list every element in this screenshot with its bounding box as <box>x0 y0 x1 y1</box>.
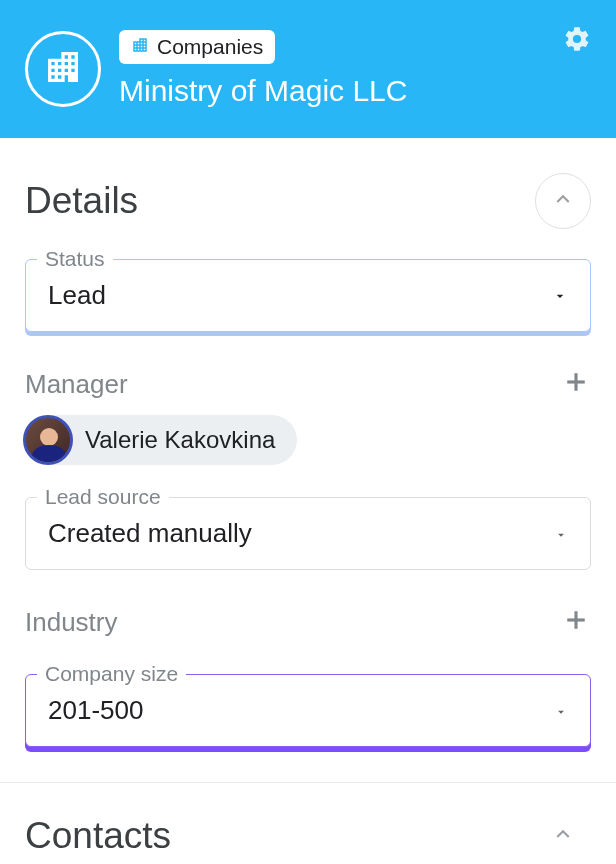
add-manager-button[interactable] <box>561 367 591 401</box>
plus-icon <box>561 605 591 639</box>
contacts-collapse-button[interactable] <box>535 808 591 864</box>
manager-label: Manager <box>25 369 128 400</box>
breadcrumb[interactable]: Companies <box>119 30 275 64</box>
manager-name: Valerie Kakovkina <box>85 426 275 454</box>
header: Companies Ministry of Magic LLC <box>0 0 616 138</box>
manager-row-header: Manager <box>25 367 591 401</box>
page-title: Ministry of Magic LLC <box>119 74 407 108</box>
company-size-value: 201-500 <box>48 695 143 726</box>
lead-source-field-label: Lead source <box>37 485 169 509</box>
company-avatar-circle <box>25 31 101 107</box>
avatar <box>23 415 73 465</box>
contacts-section-header: Contacts <box>25 783 591 864</box>
lead-source-field-wrapper: Lead source Created manually <box>25 497 591 570</box>
status-field-wrapper: Status Lead <box>25 259 591 332</box>
contacts-section-title: Contacts <box>25 815 171 857</box>
building-icon <box>43 47 83 91</box>
chevron-up-icon <box>550 186 576 216</box>
settings-button[interactable] <box>563 25 591 53</box>
plus-icon <box>561 367 591 401</box>
details-section-title: Details <box>25 180 138 222</box>
header-text-block: Companies Ministry of Magic LLC <box>119 30 407 108</box>
status-value: Lead <box>48 280 106 311</box>
add-industry-button[interactable] <box>561 605 591 639</box>
dropdown-arrow-icon <box>552 280 568 311</box>
breadcrumb-label: Companies <box>157 35 263 59</box>
lead-source-value: Created manually <box>48 518 252 549</box>
contacts-section: Contacts <box>0 782 616 864</box>
dropdown-arrow-icon <box>554 695 568 726</box>
details-section-header: Details <box>25 138 591 247</box>
company-size-field-label: Company size <box>37 662 186 686</box>
industry-label: Industry <box>25 607 118 638</box>
status-field-label: Status <box>37 247 113 271</box>
industry-row-header: Industry <box>25 605 591 639</box>
chevron-up-icon <box>550 821 576 851</box>
company-size-field-wrapper: Company size 201-500 <box>25 674 591 747</box>
dropdown-arrow-icon <box>554 518 568 549</box>
details-collapse-button[interactable] <box>535 173 591 229</box>
details-section: Details Status Lead Manager Valerie Kako… <box>0 138 616 747</box>
manager-chip[interactable]: Valerie Kakovkina <box>25 415 297 465</box>
gear-icon <box>563 39 591 56</box>
building-small-icon <box>131 36 149 58</box>
